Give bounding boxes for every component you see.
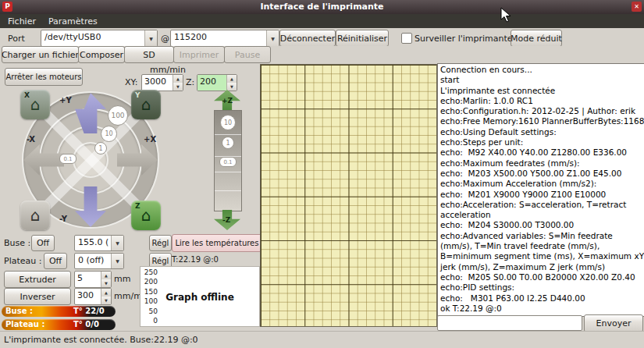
baud-select[interactable]: 115200 ▼	[170, 30, 279, 47]
port-label: Port	[8, 34, 25, 44]
home-icon: ⌂	[30, 208, 41, 223]
xy-feed-label: XY:	[125, 77, 138, 87]
bed-gauge-label: Plateau :	[5, 320, 44, 328]
mini-mode-button[interactable]: Mode réduit	[511, 30, 562, 47]
print-button: Imprimer	[173, 46, 225, 63]
port-select[interactable]: /dev/ttyUSB0 ▼	[41, 30, 158, 47]
axis-label-minus-y: -Y	[59, 215, 67, 223]
check-temp-button[interactable]: Lire les températures	[172, 234, 262, 252]
home-x-letter: X	[24, 91, 30, 99]
tick-label: 250	[142, 268, 158, 276]
chevron-down-icon[interactable]: ▼	[111, 254, 123, 268]
extrude-button[interactable]: Extruder	[4, 271, 71, 288]
z-step-badge-1: 1	[222, 137, 234, 149]
hotend-gauge-label: Buse :	[5, 307, 33, 315]
spin-up-icon[interactable]: ▲	[101, 289, 111, 297]
tick-label: 50	[142, 307, 158, 315]
log-output[interactable]: Connection en cours... start L'imprimant…	[437, 63, 644, 317]
extrude-length-unit: mm	[114, 274, 130, 284]
reset-button[interactable]: Réinitialiser	[336, 30, 389, 47]
monitor-checkbox-label: Surveiller l'imprimante	[415, 34, 513, 44]
xy-jog-pad: +Y -Y -X +X X ⌂ Y ⌂ ⌂ Z ⌂ 100 10 1 0.1	[20, 90, 161, 230]
hotend-temp-select[interactable]: 155.0 ( ▼	[74, 235, 124, 251]
home-icon: ⌂	[141, 97, 151, 112]
menubar: Fichier Paramètres	[0, 14, 644, 28]
spin-down-icon[interactable]: ▼	[173, 83, 183, 91]
bed-temp-gauge: Plateau : T° 0/0	[2, 319, 116, 330]
disconnect-button[interactable]: Déconnecter	[279, 30, 336, 47]
chevron-down-icon[interactable]: ▼	[266, 30, 279, 46]
bed-label: Plateau :	[4, 256, 41, 266]
hotend-off-button[interactable]: Off	[31, 235, 55, 251]
jog-step-badge-01: 0.1	[59, 154, 76, 164]
z-step-badge-10: 10	[220, 115, 236, 130]
home-icon: ⌂	[30, 97, 41, 112]
baud-select-value: 115200	[171, 30, 266, 46]
hotend-label: Buse :	[4, 238, 30, 248]
hotend-set-button[interactable]: Régl	[149, 235, 172, 251]
home-y-letter: Y	[135, 91, 141, 99]
z-step-badge-01: 0.1	[219, 157, 237, 167]
z-feed-label: Z:	[186, 77, 194, 87]
file-toolbar: Charger un fichier Composer SD Imprimer …	[0, 46, 644, 62]
spin-up-icon[interactable]: ▲	[227, 75, 237, 83]
axis-label-plus-x: +X	[144, 135, 156, 144]
home-all-button[interactable]: ⌂	[20, 201, 50, 230]
tick-label: 200	[142, 278, 158, 286]
jog-step-badge-10: 10	[101, 126, 117, 142]
xy-feed-value: 3000	[142, 75, 173, 91]
extrude-speed-spinner[interactable]: 300 ▲ ▼	[74, 288, 112, 305]
menu-fichier[interactable]: Fichier	[2, 15, 42, 28]
spin-up-icon[interactable]: ▲	[101, 272, 111, 279]
home-x-button[interactable]: X ⌂	[20, 90, 50, 119]
temp-readout: T:22.19 @:0	[172, 255, 219, 264]
pause-button: Pause	[224, 46, 271, 63]
axis-label-plus-y: +Y	[59, 96, 72, 105]
gcode-command-input[interactable]	[437, 315, 582, 331]
spin-down-icon[interactable]: ▼	[101, 297, 111, 304]
jog-step-badge-1: 1	[94, 142, 107, 154]
close-icon[interactable]: ✕	[632, 2, 642, 12]
extrude-length-spinner[interactable]: 5 ▲ ▼	[74, 271, 112, 288]
graph-offline-label: Graph offline	[141, 292, 259, 303]
xy-feed-spinner[interactable]: 3000 ▲ ▼	[141, 74, 183, 91]
status-text: L'imprimante est connectée. Buse:22.19 @…	[4, 335, 198, 345]
print-bed-view[interactable]	[260, 64, 437, 327]
axis-label-minus-z: -Z	[222, 216, 230, 224]
home-y-button[interactable]: Y ⌂	[131, 90, 161, 119]
menu-parametres[interactable]: Paramètres	[42, 15, 104, 28]
connection-toolbar: Port /dev/ttyUSB0 ▼ @ 115200 ▼ Déconnect…	[0, 28, 644, 46]
home-icon: ⌂	[141, 208, 151, 223]
spin-down-icon[interactable]: ▼	[101, 279, 111, 287]
statusbar: L'imprimante est connectée. Buse:22.19 @…	[0, 331, 644, 348]
motors-off-button[interactable]: Arrêter les moteurs	[5, 68, 83, 86]
window-title: Interface de l'imprimante	[0, 2, 644, 12]
z-feed-spinner[interactable]: 200 ▲ ▼	[197, 74, 237, 91]
chevron-down-icon[interactable]: ▼	[111, 236, 123, 250]
bed-temp-value: 0 (off)	[75, 254, 111, 268]
extrude-length-value: 5	[75, 272, 101, 287]
chevron-down-icon[interactable]: ▼	[144, 30, 157, 46]
at-label: @	[161, 34, 169, 44]
tick-label: 0	[142, 317, 158, 325]
z-feed-value: 200	[197, 75, 226, 91]
z-jog-strip: +Z 10 1 0.1 -Z	[212, 90, 242, 230]
bed-off-button[interactable]: Off	[44, 253, 67, 269]
reverse-button[interactable]: Inverser	[4, 288, 71, 305]
monitor-checkbox[interactable]	[401, 33, 412, 44]
home-z-button[interactable]: Z ⌂	[131, 201, 161, 230]
printer-interface-window: P Interface de l'imprimante ✕ Fichier Pa…	[0, 0, 644, 348]
hotend-temp-gauge: Buse : T° 22/0	[2, 306, 116, 317]
sd-button[interactable]: SD	[124, 46, 174, 63]
jog-step-badge-100: 100	[108, 105, 128, 126]
spin-up-icon[interactable]: ▲	[173, 75, 183, 83]
titlebar: P Interface de l'imprimante ✕	[0, 0, 644, 14]
axis-label-plus-z: +Z	[222, 97, 233, 105]
axis-label-minus-x: -X	[27, 135, 35, 144]
send-button[interactable]: Envoyer	[584, 314, 643, 332]
load-file-button[interactable]: Charger un fichier	[2, 46, 79, 63]
home-z-letter: Z	[135, 202, 141, 210]
compose-button[interactable]: Composer	[78, 46, 125, 63]
bed-gauge-value: T° 0/0	[73, 320, 99, 328]
bed-temp-select[interactable]: 0 (off) ▼	[74, 253, 124, 269]
